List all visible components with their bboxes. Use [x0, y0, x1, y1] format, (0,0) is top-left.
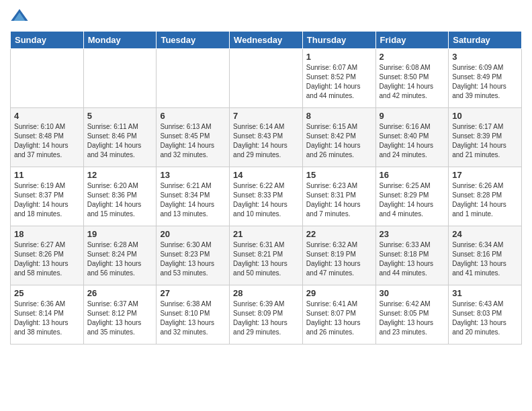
week-row-1: 1Sunrise: 6:07 AM Sunset: 8:52 PM Daylig…: [11, 49, 522, 108]
calendar-cell: 9Sunrise: 6:16 AM Sunset: 8:40 PM Daylig…: [375, 108, 449, 167]
day-number: 29: [306, 288, 372, 298]
calendar-cell: 12Sunrise: 6:20 AM Sunset: 8:36 PM Dayli…: [83, 167, 157, 226]
day-number: 14: [233, 170, 299, 180]
calendar-cell: 2Sunrise: 6:08 AM Sunset: 8:50 PM Daylig…: [375, 49, 449, 108]
day-info: Sunrise: 6:33 AM Sunset: 8:18 PM Dayligh…: [380, 240, 445, 278]
calendar-cell: 26Sunrise: 6:37 AM Sunset: 8:12 PM Dayli…: [83, 285, 157, 345]
calendar-cell: 19Sunrise: 6:28 AM Sunset: 8:24 PM Dayli…: [83, 226, 157, 285]
calendar-cell: 6Sunrise: 6:13 AM Sunset: 8:45 PM Daylig…: [157, 108, 230, 167]
day-info: Sunrise: 6:26 AM Sunset: 8:28 PM Dayligh…: [452, 181, 518, 219]
day-info: Sunrise: 6:15 AM Sunset: 8:42 PM Dayligh…: [306, 122, 372, 160]
day-info: Sunrise: 6:42 AM Sunset: 8:05 PM Dayligh…: [380, 300, 445, 337]
day-number: 28: [233, 288, 299, 298]
day-number: 26: [87, 288, 153, 298]
day-number: 8: [306, 111, 372, 121]
calendar-cell: 28Sunrise: 6:39 AM Sunset: 8:09 PM Dayli…: [230, 285, 303, 345]
day-info: Sunrise: 6:37 AM Sunset: 8:12 PM Dayligh…: [87, 300, 153, 337]
day-number: 27: [160, 288, 226, 298]
day-info: Sunrise: 6:10 AM Sunset: 8:48 PM Dayligh…: [14, 122, 80, 160]
day-info: Sunrise: 6:23 AM Sunset: 8:31 PM Dayligh…: [306, 181, 372, 219]
day-number: 7: [233, 111, 299, 121]
calendar-cell: [230, 49, 303, 108]
calendar-cell: 31Sunrise: 6:43 AM Sunset: 8:03 PM Dayli…: [449, 285, 522, 345]
day-number: 13: [160, 170, 226, 180]
day-info: Sunrise: 6:13 AM Sunset: 8:45 PM Dayligh…: [160, 122, 226, 160]
calendar-cell: 29Sunrise: 6:41 AM Sunset: 8:07 PM Dayli…: [302, 285, 375, 345]
day-number: 18: [14, 229, 80, 239]
calendar-cell: 10Sunrise: 6:17 AM Sunset: 8:39 PM Dayli…: [449, 108, 522, 167]
day-info: Sunrise: 6:25 AM Sunset: 8:29 PM Dayligh…: [380, 181, 445, 219]
header: [10, 7, 522, 26]
day-info: Sunrise: 6:32 AM Sunset: 8:19 PM Dayligh…: [306, 240, 372, 278]
calendar-cell: 25Sunrise: 6:36 AM Sunset: 8:14 PM Dayli…: [11, 285, 84, 345]
week-row-4: 18Sunrise: 6:27 AM Sunset: 8:26 PM Dayli…: [11, 226, 522, 285]
weekday-header-row: SundayMondayTuesdayWednesdayThursdayFrid…: [11, 32, 522, 49]
week-row-5: 25Sunrise: 6:36 AM Sunset: 8:14 PM Dayli…: [11, 285, 522, 345]
day-number: 6: [160, 111, 226, 121]
day-info: Sunrise: 6:31 AM Sunset: 8:21 PM Dayligh…: [233, 240, 299, 278]
day-info: Sunrise: 6:20 AM Sunset: 8:36 PM Dayligh…: [87, 181, 153, 219]
day-number: 3: [452, 52, 518, 62]
calendar-cell: 11Sunrise: 6:19 AM Sunset: 8:37 PM Dayli…: [11, 167, 84, 226]
day-info: Sunrise: 6:43 AM Sunset: 8:03 PM Dayligh…: [452, 300, 518, 337]
calendar-cell: 23Sunrise: 6:33 AM Sunset: 8:18 PM Dayli…: [375, 226, 449, 285]
day-number: 11: [14, 170, 80, 180]
calendar-page: SundayMondayTuesdayWednesdayThursdayFrid…: [0, 0, 532, 351]
day-info: Sunrise: 6:11 AM Sunset: 8:46 PM Dayligh…: [87, 122, 153, 160]
weekday-header-friday: Friday: [375, 32, 449, 49]
day-number: 23: [380, 229, 445, 239]
day-number: 30: [380, 288, 445, 298]
day-number: 17: [452, 170, 518, 180]
calendar-table: SundayMondayTuesdayWednesdayThursdayFrid…: [10, 31, 522, 345]
calendar-cell: [11, 49, 84, 108]
day-info: Sunrise: 6:07 AM Sunset: 8:52 PM Dayligh…: [306, 63, 372, 101]
calendar-cell: [83, 49, 157, 108]
day-info: Sunrise: 6:36 AM Sunset: 8:14 PM Dayligh…: [14, 300, 80, 337]
calendar-cell: 21Sunrise: 6:31 AM Sunset: 8:21 PM Dayli…: [230, 226, 303, 285]
weekday-header-sunday: Sunday: [11, 32, 84, 49]
day-info: Sunrise: 6:14 AM Sunset: 8:43 PM Dayligh…: [233, 122, 299, 160]
calendar-cell: 30Sunrise: 6:42 AM Sunset: 8:05 PM Dayli…: [375, 285, 449, 345]
calendar-cell: 24Sunrise: 6:34 AM Sunset: 8:16 PM Dayli…: [449, 226, 522, 285]
day-info: Sunrise: 6:22 AM Sunset: 8:33 PM Dayligh…: [233, 181, 299, 219]
day-info: Sunrise: 6:19 AM Sunset: 8:37 PM Dayligh…: [14, 181, 80, 219]
day-number: 2: [380, 52, 445, 62]
day-number: 22: [306, 229, 372, 239]
day-info: Sunrise: 6:38 AM Sunset: 8:10 PM Dayligh…: [160, 300, 226, 337]
day-info: Sunrise: 6:39 AM Sunset: 8:09 PM Dayligh…: [233, 300, 299, 337]
day-number: 16: [380, 170, 445, 180]
weekday-header-wednesday: Wednesday: [230, 32, 303, 49]
day-number: 19: [87, 229, 153, 239]
calendar-cell: 8Sunrise: 6:15 AM Sunset: 8:42 PM Daylig…: [302, 108, 375, 167]
calendar-cell: 22Sunrise: 6:32 AM Sunset: 8:19 PM Dayli…: [302, 226, 375, 285]
weekday-header-thursday: Thursday: [302, 32, 375, 49]
logo-icon: [10, 7, 29, 26]
calendar-cell: 5Sunrise: 6:11 AM Sunset: 8:46 PM Daylig…: [83, 108, 157, 167]
calendar-cell: 18Sunrise: 6:27 AM Sunset: 8:26 PM Dayli…: [11, 226, 84, 285]
day-info: Sunrise: 6:16 AM Sunset: 8:40 PM Dayligh…: [380, 122, 445, 160]
calendar-cell: 3Sunrise: 6:09 AM Sunset: 8:49 PM Daylig…: [449, 49, 522, 108]
day-info: Sunrise: 6:34 AM Sunset: 8:16 PM Dayligh…: [452, 240, 518, 278]
weekday-header-monday: Monday: [83, 32, 157, 49]
day-number: 4: [14, 111, 80, 121]
calendar-cell: 17Sunrise: 6:26 AM Sunset: 8:28 PM Dayli…: [449, 167, 522, 226]
day-info: Sunrise: 6:21 AM Sunset: 8:34 PM Dayligh…: [160, 181, 226, 219]
calendar-cell: 15Sunrise: 6:23 AM Sunset: 8:31 PM Dayli…: [302, 167, 375, 226]
day-number: 15: [306, 170, 372, 180]
day-number: 12: [87, 170, 153, 180]
day-info: Sunrise: 6:41 AM Sunset: 8:07 PM Dayligh…: [306, 300, 372, 337]
day-number: 24: [452, 229, 518, 239]
weekday-header-tuesday: Tuesday: [157, 32, 230, 49]
day-info: Sunrise: 6:27 AM Sunset: 8:26 PM Dayligh…: [14, 240, 80, 278]
logo: [10, 7, 32, 26]
day-number: 25: [14, 288, 80, 298]
week-row-3: 11Sunrise: 6:19 AM Sunset: 8:37 PM Dayli…: [11, 167, 522, 226]
calendar-cell: [157, 49, 230, 108]
weekday-header-saturday: Saturday: [449, 32, 522, 49]
day-info: Sunrise: 6:09 AM Sunset: 8:49 PM Dayligh…: [452, 63, 518, 101]
calendar-cell: 27Sunrise: 6:38 AM Sunset: 8:10 PM Dayli…: [157, 285, 230, 345]
calendar-cell: 13Sunrise: 6:21 AM Sunset: 8:34 PM Dayli…: [157, 167, 230, 226]
day-info: Sunrise: 6:08 AM Sunset: 8:50 PM Dayligh…: [380, 63, 445, 101]
day-number: 31: [452, 288, 518, 298]
calendar-cell: 16Sunrise: 6:25 AM Sunset: 8:29 PM Dayli…: [375, 167, 449, 226]
